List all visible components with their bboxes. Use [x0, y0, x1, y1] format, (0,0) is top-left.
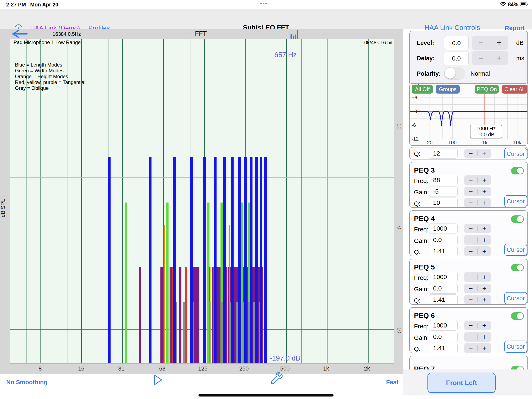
back-arrow-icon[interactable] [11, 30, 28, 39]
level-stepper[interactable]: −+ [472, 36, 508, 50]
peq6-gain-field[interactable]: 0.0 [429, 332, 458, 342]
home-indicator[interactable] [198, 394, 334, 397]
polarity-toggle[interactable] [444, 67, 465, 80]
peq5-freq-field[interactable]: 1000 [429, 272, 458, 282]
peq4-cursor-button[interactable]: Cursor [504, 244, 527, 256]
peq6-freq-minus-button[interactable]: − [464, 322, 477, 329]
peq5-cursor-button[interactable]: Cursor [504, 292, 527, 304]
level-minus-button[interactable]: − [472, 38, 490, 48]
peq4-q-field[interactable]: 1.41 [429, 246, 458, 256]
peq6-q-stepper[interactable]: −+ [464, 343, 491, 353]
clear-all-button[interactable]: Clear All [502, 85, 527, 94]
eq-tooltip-freq: 1000 Hz [476, 126, 496, 132]
peq4-freq-stepper[interactable]: −+ [464, 224, 491, 233]
fft-plot-area[interactable]: iPad Microphone 1 Low Range 0k/48k 16 bi… [10, 39, 394, 363]
peq5-q-field[interactable]: 1.41 [429, 294, 458, 305]
peq6-gain-plus-button[interactable]: + [478, 333, 491, 341]
peq5-q-minus-button[interactable]: − [464, 296, 477, 304]
battery-icon [520, 1, 528, 7]
peq3-q-stepper[interactable]: −+ [464, 198, 491, 207]
peq2-q-field[interactable]: 12 [429, 148, 458, 159]
peq4-q-plus-button[interactable]: + [478, 247, 491, 255]
peq6-q-field[interactable]: 1.41 [429, 343, 458, 353]
play-icon[interactable] [154, 374, 163, 386]
level-field[interactable]: 0.0 [444, 36, 469, 50]
peq3-freq-stepper[interactable]: −+ [464, 175, 491, 185]
mode-bar [248, 302, 250, 364]
peq4-gain-minus-button[interactable]: − [464, 236, 477, 244]
peq6-q-minus-button[interactable]: − [464, 344, 477, 352]
peq3-q-plus-button[interactable]: + [478, 199, 491, 207]
peq4-q-minus-button[interactable]: − [464, 247, 477, 255]
peq3-cursor-button[interactable]: Cursor [504, 195, 527, 207]
peq6-enable-toggle[interactable] [511, 312, 524, 320]
peq4-gain-plus-button[interactable]: + [478, 236, 491, 244]
peq6-freq-field[interactable]: 1000 [429, 320, 458, 331]
peq3-gain-minus-button[interactable]: − [464, 187, 477, 196]
peq5-freq-minus-button[interactable]: − [464, 273, 477, 281]
peq2-cursor-button[interactable]: Cursor [504, 148, 527, 160]
peq5-freq-plus-button[interactable]: + [478, 273, 491, 281]
peq6-gain-stepper[interactable]: −+ [464, 332, 491, 342]
peq4-enable-toggle[interactable] [511, 215, 524, 223]
delay-plus-button[interactable]: + [490, 53, 508, 63]
peq4-gain-stepper[interactable]: −+ [464, 235, 491, 245]
front-left-channel-button[interactable]: Front Left [427, 373, 496, 393]
peq3-gain-plus-button[interactable]: + [478, 187, 491, 196]
mode-bar [169, 267, 170, 363]
peq5-gain-stepper[interactable]: −+ [464, 283, 491, 293]
freq-label: Freq: [414, 177, 429, 184]
fft-gridline [286, 39, 287, 363]
peq4-card: PEQ 4 Freq: 1000 −+ Gain: 0.0 −+ Q: 1.41… [409, 210, 528, 256]
peq5-freq-stepper[interactable]: −+ [464, 272, 491, 282]
peq-on-button[interactable]: PEQ On [475, 85, 499, 94]
multitasking-dots-icon[interactable]: ••• [260, 0, 268, 7]
peq2-q-minus-button[interactable]: − [464, 149, 477, 158]
peq3-gain-field[interactable]: -5 [429, 186, 458, 197]
bar-chart-icon[interactable] [291, 30, 299, 39]
delay-field[interactable]: 0.0 [444, 51, 469, 65]
smoothing-button[interactable]: No Smoothing [6, 379, 47, 386]
delay-minus-button[interactable]: − [472, 53, 490, 63]
peq6-gain-minus-button[interactable]: − [464, 333, 477, 341]
fft-cursor-line[interactable] [301, 39, 302, 363]
peq3-freq-plus-button[interactable]: + [478, 176, 491, 184]
peq2-q-plus-button[interactable]: + [478, 149, 491, 158]
peq3-freq-minus-button[interactable]: − [464, 176, 477, 184]
peq6-cursor-button[interactable]: Cursor [504, 341, 527, 353]
nav-report-link[interactable]: Report [505, 25, 525, 32]
peq4-freq-field[interactable]: 1000 [429, 223, 458, 234]
peq6-freq-plus-button[interactable]: + [478, 322, 491, 329]
peq3-gain-stepper[interactable]: −+ [464, 187, 491, 196]
groups-button[interactable]: Groups [436, 85, 460, 94]
samplerate-label: 0k/48k 16 bit [364, 40, 393, 45]
nav-haa-link-controls[interactable]: HAA Link Controls [424, 24, 480, 32]
peq5-enable-toggle[interactable] [511, 264, 524, 271]
peq5-q-stepper[interactable]: −+ [464, 295, 491, 304]
peq6-q-plus-button[interactable]: + [478, 344, 491, 352]
speed-button[interactable]: Fast [386, 379, 399, 386]
mode-bar [209, 302, 210, 364]
wrench-icon[interactable] [270, 372, 283, 386]
peq4-q-stepper[interactable]: −+ [464, 246, 491, 256]
peq4-freq-plus-button[interactable]: + [478, 225, 491, 233]
peq3-q-field[interactable]: 10 [429, 198, 458, 208]
all-off-button[interactable]: All Off [412, 85, 433, 94]
peq5-q-plus-button[interactable]: + [478, 296, 491, 304]
level-plus-button[interactable]: + [490, 38, 508, 48]
peq3-enable-toggle[interactable] [511, 167, 524, 174]
delay-stepper[interactable]: −+ [472, 51, 508, 65]
peq4-gain-field[interactable]: 0.0 [429, 235, 458, 245]
peq5-gain-field[interactable]: 0.0 [429, 283, 458, 294]
fft-gridline [10, 127, 394, 127]
peq3-q-minus-button[interactable]: − [464, 199, 477, 207]
peq2-q-stepper[interactable]: −+ [464, 149, 491, 158]
freq-label: Freq: [414, 274, 429, 281]
mode-bar [108, 157, 111, 363]
peq4-freq-minus-button[interactable]: − [464, 225, 477, 233]
mode-bar [231, 157, 234, 363]
peq5-gain-minus-button[interactable]: − [464, 284, 477, 293]
peq5-gain-plus-button[interactable]: + [478, 284, 491, 293]
peq6-freq-stepper[interactable]: −+ [464, 321, 491, 330]
peq3-freq-field[interactable]: 88 [429, 175, 458, 185]
